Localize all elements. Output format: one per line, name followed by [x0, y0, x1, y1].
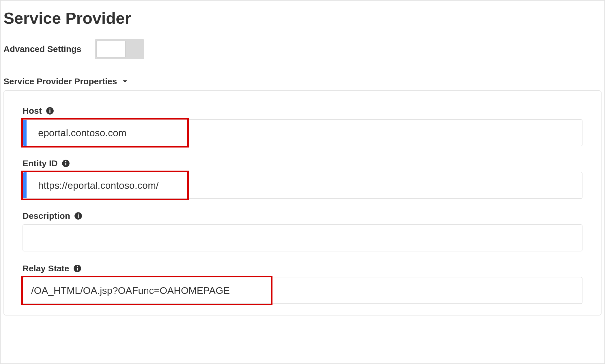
section-title: Service Provider Properties [3, 76, 117, 86]
advanced-settings-row: Advanced Settings [3, 39, 602, 59]
input-accent-bar [23, 172, 27, 198]
svg-rect-4 [65, 163, 66, 165]
host-input[interactable] [23, 119, 582, 146]
properties-panel: Host Entity ID [3, 90, 602, 316]
description-label: Description [23, 211, 70, 221]
service-provider-page: Service Provider Advanced Settings Servi… [0, 0, 605, 364]
info-icon[interactable] [46, 107, 54, 115]
svg-point-5 [65, 161, 66, 162]
relay-state-input[interactable] [23, 277, 582, 304]
svg-rect-7 [78, 215, 79, 218]
entity-id-input-wrap [23, 172, 582, 199]
field-entity-id: Entity ID [23, 158, 582, 199]
svg-point-8 [78, 214, 79, 215]
svg-point-11 [77, 266, 78, 267]
entity-id-input[interactable] [23, 172, 582, 199]
relay-state-label: Relay State [23, 264, 69, 273]
advanced-settings-toggle[interactable] [95, 39, 144, 59]
advanced-settings-label: Advanced Settings [3, 44, 81, 54]
relay-state-input-wrap [23, 277, 582, 304]
field-description: Description [23, 211, 582, 251]
host-input-wrap [23, 119, 582, 146]
info-icon[interactable] [73, 264, 81, 272]
host-label: Host [23, 106, 42, 116]
input-accent-bar [23, 120, 27, 146]
info-icon[interactable] [74, 212, 82, 220]
field-host: Host [23, 106, 582, 146]
description-input[interactable] [23, 224, 582, 251]
svg-rect-1 [49, 110, 50, 113]
section-header-service-provider-properties[interactable]: Service Provider Properties [3, 76, 602, 86]
chevron-down-icon [122, 78, 128, 85]
svg-rect-10 [77, 268, 78, 270]
entity-id-label: Entity ID [23, 158, 58, 168]
info-icon[interactable] [62, 159, 70, 167]
svg-point-2 [49, 109, 51, 110]
page-title: Service Provider [3, 9, 602, 27]
toggle-knob [96, 41, 126, 57]
field-relay-state: Relay State [23, 264, 582, 304]
description-input-wrap [23, 224, 582, 251]
